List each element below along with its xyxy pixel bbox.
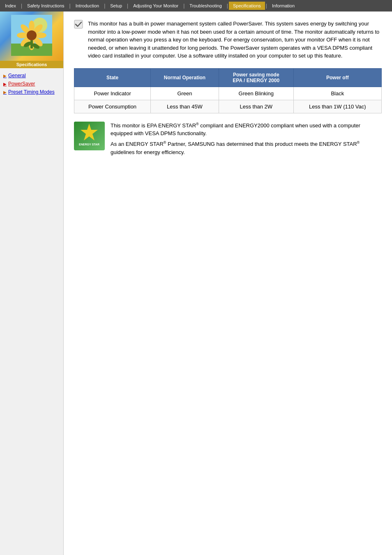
table-header-normal: Normal Operation [151,68,219,87]
svg-text:ENERGY STAR: ENERGY STAR [79,143,99,146]
table-cell-consumption-off: Less than 1W (110 Vac) [293,100,381,113]
nav-separator-4: | [126,3,129,9]
table-row: Power Consumption Less than 45W Less tha… [74,100,382,113]
main-layout: Specifications ▶ General ▶ PowerSaver ▶ … [0,12,392,555]
nav-separator-5: | [182,3,185,9]
nav-separator-7: | [265,3,268,9]
energy-paragraph-1: This monitor is EPA ENERGY STAR® complia… [111,122,382,138]
nav-separator-1: | [20,3,23,9]
sidebar-item-general-label: General [8,73,26,78]
table-cell-indicator-saving: Green Blinking [219,87,293,100]
energy-star-logo: ENERGY STAR [74,122,105,150]
intro-section: This monitor has a built-in power manage… [74,20,382,60]
energy-text-1: This monitor is EPA ENERGY STAR [111,122,196,129]
sidebar-logo-inner [0,12,63,59]
flower-icon [11,15,52,56]
nav-separator-3: | [103,3,106,9]
sidebar-item-powersaver-label: PowerSaver [8,81,35,87]
energy-star-section: ENERGY STAR This monitor is EPA ENERGY S… [74,122,382,157]
table-cell-indicator-label: Power Indicator [74,87,151,100]
sidebar-item-general[interactable]: ▶ General [2,71,62,80]
sidebar-section-label: Specifications [0,61,63,68]
table-cell-indicator-off: Black [293,87,381,100]
registered-mark-3: ® [357,140,360,145]
arrow-icon-general: ▶ [3,74,7,78]
sidebar-item-powersaver[interactable]: ▶ PowerSaver [2,80,62,88]
energy-text-3: As an ENERGY STAR [111,141,164,147]
sidebar: Specifications ▶ General ▶ PowerSaver ▶ … [0,12,64,555]
sidebar-item-preset-timing[interactable]: ▶ Preset Timing Modes [2,88,62,96]
nav-item-specifications[interactable]: Specifications [229,2,265,10]
energy-paragraph-2: As an ENERGY STAR® Partner, SAMSUNG has … [111,140,382,156]
svg-point-9 [17,32,28,38]
power-table: State Normal Operation Power saving mode… [74,68,382,113]
registered-mark-1: ® [196,122,199,126]
table-header-row: State Normal Operation Power saving mode… [74,68,382,87]
energy-text-4: Partner, SAMSUNG has determined that thi… [166,141,357,147]
nav-item-adjusting[interactable]: Adjusting Your Monitor [129,2,182,10]
svg-point-11 [27,30,37,40]
arrow-icon-powersaver: ▶ [3,82,7,86]
arrow-icon-preset: ▶ [3,90,7,94]
nav-item-troubleshooting[interactable]: Troubleshooting [185,2,226,10]
navigation-bar: Index | Safety Instructions | Introducti… [0,0,392,12]
nav-separator-2: | [69,3,71,9]
table-row: Power Indicator Green Green Blinking Bla… [74,87,382,100]
table-header-power-saving: Power saving modeEPA / ENERGY 2000 [219,68,293,87]
energy-star-description: This monitor is EPA ENERGY STAR® complia… [111,122,382,157]
svg-point-5 [35,32,46,38]
nav-item-safety[interactable]: Safety Instructions [23,2,69,10]
table-cell-indicator-normal: Green [151,87,219,100]
table-cell-consumption-label: Power Consumption [74,100,151,113]
table-cell-consumption-normal: Less than 45W [151,100,219,113]
check-svg [74,20,83,29]
table-header-state: State [74,68,151,87]
svg-point-3 [29,21,35,32]
intro-paragraph: This monitor has a built-in power manage… [88,20,382,60]
powersaver-icon [74,20,83,29]
nav-item-introduction[interactable]: Introduction [71,2,103,10]
content-area: This monitor has a built-in power manage… [64,12,392,555]
sidebar-item-preset-label: Preset Timing Modes [8,89,55,95]
nav-item-setup[interactable]: Setup [106,2,126,10]
energy-text-5: guidelines for energy efficiency. [111,149,185,155]
table-header-power-off: Power off [293,68,381,87]
sidebar-menu: ▶ General ▶ PowerSaver ▶ Preset Timing M… [0,68,63,99]
nav-separator-6: | [226,3,229,9]
table-cell-consumption-saving: Less than 2W [219,100,293,113]
nav-item-information[interactable]: Information [268,2,299,10]
sidebar-logo [0,12,63,61]
energy-star-svg: ENERGY STAR [74,122,105,150]
energy-logo-inner: ENERGY STAR [74,122,105,150]
nav-item-index[interactable]: Index [1,2,20,10]
